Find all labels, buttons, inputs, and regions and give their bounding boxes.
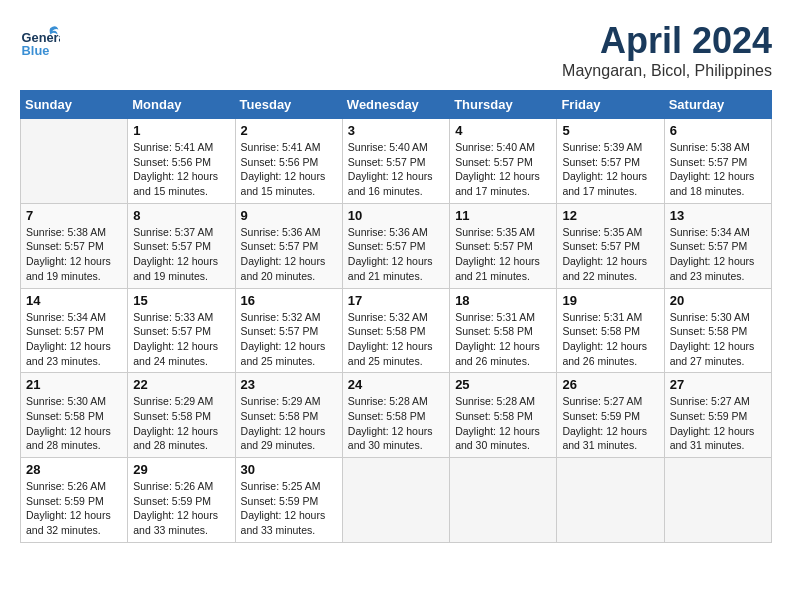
weekday-header: Sunday [21,91,128,119]
calendar-cell: 8Sunrise: 5:37 AMSunset: 5:57 PMDaylight… [128,203,235,288]
cell-info: Sunrise: 5:30 AMSunset: 5:58 PMDaylight:… [26,394,122,453]
day-number: 9 [241,208,337,223]
month-title: April 2024 [562,20,772,62]
calendar-week-row: 14Sunrise: 5:34 AMSunset: 5:57 PMDayligh… [21,288,772,373]
calendar-cell [450,458,557,543]
day-number: 1 [133,123,229,138]
day-number: 25 [455,377,551,392]
calendar-cell: 25Sunrise: 5:28 AMSunset: 5:58 PMDayligh… [450,373,557,458]
cell-info: Sunrise: 5:41 AMSunset: 5:56 PMDaylight:… [133,140,229,199]
day-number: 18 [455,293,551,308]
calendar-cell: 4Sunrise: 5:40 AMSunset: 5:57 PMDaylight… [450,119,557,204]
location-title: Mayngaran, Bicol, Philippines [562,62,772,80]
cell-info: Sunrise: 5:25 AMSunset: 5:59 PMDaylight:… [241,479,337,538]
cell-info: Sunrise: 5:29 AMSunset: 5:58 PMDaylight:… [133,394,229,453]
day-number: 19 [562,293,658,308]
day-number: 23 [241,377,337,392]
day-number: 5 [562,123,658,138]
day-number: 17 [348,293,444,308]
calendar-cell: 5Sunrise: 5:39 AMSunset: 5:57 PMDaylight… [557,119,664,204]
cell-info: Sunrise: 5:33 AMSunset: 5:57 PMDaylight:… [133,310,229,369]
cell-info: Sunrise: 5:30 AMSunset: 5:58 PMDaylight:… [670,310,766,369]
calendar-cell: 16Sunrise: 5:32 AMSunset: 5:57 PMDayligh… [235,288,342,373]
day-number: 22 [133,377,229,392]
title-area: April 2024 Mayngaran, Bicol, Philippines [562,20,772,80]
calendar-cell: 6Sunrise: 5:38 AMSunset: 5:57 PMDaylight… [664,119,771,204]
day-number: 15 [133,293,229,308]
day-number: 26 [562,377,658,392]
day-number: 16 [241,293,337,308]
calendar-cell: 1Sunrise: 5:41 AMSunset: 5:56 PMDaylight… [128,119,235,204]
calendar-cell: 19Sunrise: 5:31 AMSunset: 5:58 PMDayligh… [557,288,664,373]
calendar-cell: 10Sunrise: 5:36 AMSunset: 5:57 PMDayligh… [342,203,449,288]
cell-info: Sunrise: 5:36 AMSunset: 5:57 PMDaylight:… [241,225,337,284]
day-number: 24 [348,377,444,392]
calendar: SundayMondayTuesdayWednesdayThursdayFrid… [20,90,772,543]
calendar-cell: 20Sunrise: 5:30 AMSunset: 5:58 PMDayligh… [664,288,771,373]
svg-text:Blue: Blue [22,43,50,58]
weekday-header: Monday [128,91,235,119]
calendar-cell: 27Sunrise: 5:27 AMSunset: 5:59 PMDayligh… [664,373,771,458]
calendar-cell: 12Sunrise: 5:35 AMSunset: 5:57 PMDayligh… [557,203,664,288]
cell-info: Sunrise: 5:31 AMSunset: 5:58 PMDaylight:… [562,310,658,369]
logo: General Blue [20,20,64,60]
cell-info: Sunrise: 5:26 AMSunset: 5:59 PMDaylight:… [133,479,229,538]
calendar-cell: 21Sunrise: 5:30 AMSunset: 5:58 PMDayligh… [21,373,128,458]
calendar-cell: 26Sunrise: 5:27 AMSunset: 5:59 PMDayligh… [557,373,664,458]
cell-info: Sunrise: 5:28 AMSunset: 5:58 PMDaylight:… [348,394,444,453]
cell-info: Sunrise: 5:37 AMSunset: 5:57 PMDaylight:… [133,225,229,284]
day-number: 2 [241,123,337,138]
cell-info: Sunrise: 5:32 AMSunset: 5:57 PMDaylight:… [241,310,337,369]
calendar-cell [557,458,664,543]
day-number: 12 [562,208,658,223]
weekday-header: Saturday [664,91,771,119]
day-number: 20 [670,293,766,308]
calendar-cell [664,458,771,543]
weekday-header: Wednesday [342,91,449,119]
header: General Blue April 2024 Mayngaran, Bicol… [20,20,772,80]
calendar-cell: 15Sunrise: 5:33 AMSunset: 5:57 PMDayligh… [128,288,235,373]
weekday-header: Friday [557,91,664,119]
day-number: 28 [26,462,122,477]
cell-info: Sunrise: 5:27 AMSunset: 5:59 PMDaylight:… [562,394,658,453]
logo-icon: General Blue [20,20,60,60]
cell-info: Sunrise: 5:41 AMSunset: 5:56 PMDaylight:… [241,140,337,199]
day-number: 21 [26,377,122,392]
day-number: 29 [133,462,229,477]
calendar-cell: 9Sunrise: 5:36 AMSunset: 5:57 PMDaylight… [235,203,342,288]
cell-info: Sunrise: 5:40 AMSunset: 5:57 PMDaylight:… [348,140,444,199]
calendar-cell: 18Sunrise: 5:31 AMSunset: 5:58 PMDayligh… [450,288,557,373]
calendar-week-row: 1Sunrise: 5:41 AMSunset: 5:56 PMDaylight… [21,119,772,204]
weekday-header: Tuesday [235,91,342,119]
calendar-week-row: 7Sunrise: 5:38 AMSunset: 5:57 PMDaylight… [21,203,772,288]
day-number: 3 [348,123,444,138]
calendar-cell: 28Sunrise: 5:26 AMSunset: 5:59 PMDayligh… [21,458,128,543]
calendar-cell: 2Sunrise: 5:41 AMSunset: 5:56 PMDaylight… [235,119,342,204]
cell-info: Sunrise: 5:38 AMSunset: 5:57 PMDaylight:… [26,225,122,284]
cell-info: Sunrise: 5:38 AMSunset: 5:57 PMDaylight:… [670,140,766,199]
cell-info: Sunrise: 5:32 AMSunset: 5:58 PMDaylight:… [348,310,444,369]
calendar-cell: 7Sunrise: 5:38 AMSunset: 5:57 PMDaylight… [21,203,128,288]
cell-info: Sunrise: 5:27 AMSunset: 5:59 PMDaylight:… [670,394,766,453]
cell-info: Sunrise: 5:39 AMSunset: 5:57 PMDaylight:… [562,140,658,199]
calendar-cell [342,458,449,543]
calendar-week-row: 28Sunrise: 5:26 AMSunset: 5:59 PMDayligh… [21,458,772,543]
calendar-cell: 13Sunrise: 5:34 AMSunset: 5:57 PMDayligh… [664,203,771,288]
cell-info: Sunrise: 5:40 AMSunset: 5:57 PMDaylight:… [455,140,551,199]
calendar-cell: 23Sunrise: 5:29 AMSunset: 5:58 PMDayligh… [235,373,342,458]
cell-info: Sunrise: 5:29 AMSunset: 5:58 PMDaylight:… [241,394,337,453]
cell-info: Sunrise: 5:36 AMSunset: 5:57 PMDaylight:… [348,225,444,284]
day-number: 27 [670,377,766,392]
day-number: 30 [241,462,337,477]
calendar-cell: 11Sunrise: 5:35 AMSunset: 5:57 PMDayligh… [450,203,557,288]
calendar-cell: 24Sunrise: 5:28 AMSunset: 5:58 PMDayligh… [342,373,449,458]
cell-info: Sunrise: 5:34 AMSunset: 5:57 PMDaylight:… [26,310,122,369]
calendar-cell: 30Sunrise: 5:25 AMSunset: 5:59 PMDayligh… [235,458,342,543]
cell-info: Sunrise: 5:28 AMSunset: 5:58 PMDaylight:… [455,394,551,453]
day-number: 11 [455,208,551,223]
cell-info: Sunrise: 5:34 AMSunset: 5:57 PMDaylight:… [670,225,766,284]
cell-info: Sunrise: 5:35 AMSunset: 5:57 PMDaylight:… [455,225,551,284]
weekday-header: Thursday [450,91,557,119]
day-number: 6 [670,123,766,138]
calendar-cell: 22Sunrise: 5:29 AMSunset: 5:58 PMDayligh… [128,373,235,458]
